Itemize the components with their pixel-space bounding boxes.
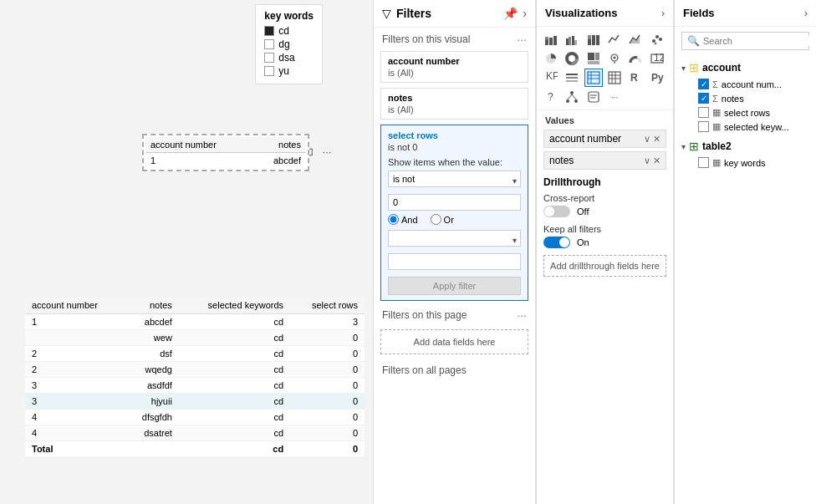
viz-scatter-icon[interactable] — [648, 30, 666, 48]
filter-radio-and[interactable]: And — [388, 214, 418, 225]
tree-group-account-icon: ⊞ — [689, 61, 699, 74]
filters-on-page-section: Filters on this page ··· — [374, 303, 535, 324]
svg-rect-32 — [588, 72, 599, 84]
col-account-number: account number — [25, 297, 125, 314]
filter-pin-icon[interactable]: 📌 — [503, 7, 518, 20]
filter-operator-select[interactable]: is not is is greater than is less than — [388, 171, 521, 187]
grid-icon-select-rows: ▦ — [712, 107, 721, 118]
tree-group-table2-header[interactable]: ▾ ⊞ table2 — [675, 137, 816, 155]
keep-filters-toggle[interactable] — [543, 237, 570, 248]
svg-rect-9 — [588, 35, 591, 39]
viz-slicer-icon[interactable] — [563, 69, 581, 87]
more-icon[interactable]: ··· — [319, 144, 334, 159]
table-row: 2wqedgcd0 — [25, 362, 365, 378]
checkbox-select-rows[interactable] — [698, 107, 709, 118]
legend-box-dsa — [264, 53, 274, 63]
drillthrough-section: Drillthrough Cross-report Off Keep all f… — [537, 171, 673, 282]
viz-100-bar-icon[interactable] — [584, 30, 603, 48]
add-fields-on-page-button[interactable]: Add data fields here — [380, 329, 528, 354]
legend-item-cd: cd — [264, 25, 314, 37]
svg-point-46 — [574, 99, 578, 103]
filters-title: Filters — [396, 7, 498, 20]
viz-field-expand-icon[interactable]: ∨ — [644, 134, 650, 145]
viz-title: Visualizations — [545, 7, 656, 19]
tree-item-select-rows[interactable]: ▦ select rows — [675, 105, 816, 120]
viz-r-icon[interactable]: R — [626, 69, 645, 87]
svg-point-44 — [570, 91, 574, 94]
fields-panel: Fields › 🔍 ▾ ⊞ account ✓ Σ account num..… — [674, 0, 816, 504]
checkbox-notes[interactable]: ✓ — [698, 93, 709, 104]
svg-point-45 — [566, 99, 569, 103]
checkbox-account-num[interactable]: ✓ — [698, 79, 709, 89]
filter-operator2-select[interactable] — [388, 230, 521, 247]
filter-detail-sub: is not 0 — [388, 142, 521, 152]
checkbox-key-words[interactable] — [698, 157, 709, 168]
viz-smart-narr-icon[interactable] — [584, 88, 603, 106]
viz-field-remove-icon[interactable]: ✕ — [653, 134, 660, 145]
tree-item-selected-keyw[interactable]: ▦ selected keyw... — [675, 120, 816, 134]
col-notes: notes — [125, 297, 179, 314]
svg-rect-31 — [566, 80, 578, 82]
legend-box-dg — [264, 39, 274, 49]
filter-radio-or[interactable]: Or — [431, 214, 454, 225]
svg-point-14 — [655, 35, 659, 38]
viz-field-notes-expand-icon[interactable]: ∨ — [644, 155, 650, 166]
svg-point-13 — [652, 39, 655, 43]
svg-rect-36 — [609, 72, 620, 84]
filter-card-notes[interactable]: notes is (All) — [380, 88, 528, 120]
viz-expand-icon[interactable]: › — [661, 7, 665, 19]
grid-icon-selected-keyw: ▦ — [712, 121, 721, 132]
svg-rect-22 — [588, 61, 599, 64]
viz-card-icon[interactable]: 123 — [648, 49, 666, 68]
viz-area-icon[interactable] — [626, 30, 645, 48]
cross-report-toggle[interactable] — [543, 206, 570, 217]
apply-filter-button[interactable]: Apply filter — [388, 277, 521, 295]
tree-item-account-num-label: account num... — [722, 79, 809, 89]
viz-kpi-icon[interactable]: KPI — [542, 69, 560, 87]
viz-clustered-bar-icon[interactable] — [563, 30, 581, 48]
top-table-cell-account: 1 — [145, 153, 252, 169]
viz-gauge-icon[interactable] — [626, 49, 645, 68]
viz-table-icon[interactable] — [584, 69, 603, 87]
viz-field-account-name: account number — [549, 133, 640, 145]
viz-decomp-icon[interactable] — [563, 88, 581, 106]
svg-text:KPI: KPI — [546, 71, 558, 82]
viz-more-icon[interactable]: ··· — [605, 88, 624, 106]
filter-value-input[interactable] — [388, 194, 521, 211]
viz-donut-icon[interactable] — [563, 49, 581, 68]
tree-item-notes[interactable]: ✓ Σ notes — [675, 91, 816, 105]
cross-report-toggle-knob — [544, 206, 554, 216]
viz-field-notes-remove-icon[interactable]: ✕ — [653, 155, 660, 166]
tree-group-account-name: account — [702, 62, 809, 74]
checkbox-selected-keyw[interactable] — [698, 121, 709, 132]
filters-page-more-icon[interactable]: ··· — [517, 308, 527, 322]
svg-rect-29 — [566, 74, 578, 75]
filter-card-account-number[interactable]: account number is (All) — [380, 51, 528, 83]
filter-chevron-right-icon[interactable]: › — [523, 7, 527, 20]
filter-section-more-icon[interactable]: ··· — [517, 33, 527, 46]
legend-label-cd: cd — [278, 25, 289, 37]
fields-header: Fields › — [675, 0, 816, 27]
fields-tree: ▾ ⊞ account ✓ Σ account num... ✓ Σ notes… — [675, 55, 816, 504]
viz-treemap-icon[interactable] — [584, 49, 603, 68]
search-icon: 🔍 — [687, 35, 700, 47]
cross-report-label: Cross-report — [543, 193, 666, 203]
tree-item-account-num[interactable]: ✓ Σ account num... — [675, 77, 816, 91]
fields-expand-icon[interactable]: › — [804, 7, 808, 19]
tree-chevron-account-icon: ▾ — [681, 64, 686, 73]
tree-item-key-words[interactable]: ▦ key words — [675, 155, 816, 170]
fields-search-input[interactable] — [703, 36, 816, 46]
viz-python-icon[interactable]: Py — [648, 69, 666, 87]
viz-matrix-icon[interactable] — [605, 69, 624, 87]
tree-group-account-header[interactable]: ▾ ⊞ account — [675, 59, 816, 77]
viz-map-icon[interactable] — [605, 49, 624, 68]
viz-pie-icon[interactable] — [542, 49, 560, 68]
filter-value2-input[interactable] — [388, 253, 521, 270]
viz-line-icon[interactable] — [605, 30, 624, 48]
viz-stacked-bar-icon[interactable] — [542, 30, 560, 48]
legend-item-dsa: dsa — [264, 52, 314, 64]
tree-chevron-table2-icon: ▾ — [681, 142, 686, 151]
add-drillthrough-button[interactable]: Add drillthrough fields here — [543, 255, 666, 277]
viz-qna-icon[interactable]: ? — [542, 88, 560, 106]
tree-item-select-rows-label: select rows — [724, 108, 809, 118]
